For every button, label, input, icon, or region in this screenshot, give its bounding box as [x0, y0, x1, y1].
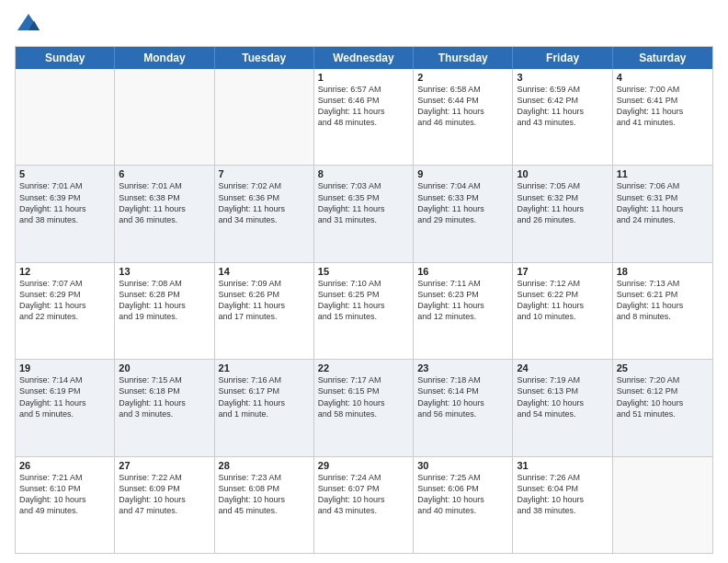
day-number: 26: [19, 460, 110, 471]
day-cell-11: 11Sunrise: 7:06 AM Sunset: 6:31 PM Dayli…: [613, 166, 712, 261]
day-number: 21: [219, 362, 310, 373]
day-info: Sunrise: 7:16 AM Sunset: 6:17 PM Dayligh…: [219, 374, 310, 419]
day-info: Sunrise: 7:00 AM Sunset: 6:41 PM Dayligh…: [617, 84, 709, 129]
day-info: Sunrise: 7:11 AM Sunset: 6:23 PM Dayligh…: [417, 278, 508, 323]
day-cell-22: 22Sunrise: 7:17 AM Sunset: 6:15 PM Dayli…: [314, 360, 414, 455]
day-cell-5: 5Sunrise: 7:01 AM Sunset: 6:39 PM Daylig…: [16, 166, 115, 261]
day-number: 24: [517, 362, 608, 373]
calendar-header-row: SundayMondayTuesdayWednesdayThursdayFrid…: [16, 47, 712, 69]
day-number: 12: [19, 266, 110, 277]
day-cell-2: 2Sunrise: 6:58 AM Sunset: 6:44 PM Daylig…: [414, 69, 513, 165]
calendar-row-1: 1Sunrise: 6:57 AM Sunset: 6:46 PM Daylig…: [16, 69, 712, 166]
day-cell-23: 23Sunrise: 7:18 AM Sunset: 6:14 PM Dayli…: [414, 360, 513, 455]
day-number: 7: [219, 168, 310, 179]
calendar-row-3: 12Sunrise: 7:07 AM Sunset: 6:29 PM Dayli…: [16, 263, 712, 360]
day-number: 29: [318, 460, 409, 471]
day-number: 3: [517, 72, 608, 83]
day-number: 8: [318, 168, 409, 179]
day-info: Sunrise: 7:09 AM Sunset: 6:26 PM Dayligh…: [219, 278, 310, 323]
day-info: Sunrise: 7:01 AM Sunset: 6:38 PM Dayligh…: [119, 180, 210, 225]
empty-cell-0-1: [115, 69, 214, 165]
day-number: 13: [119, 266, 210, 277]
day-number: 19: [19, 362, 110, 373]
day-number: 17: [517, 266, 608, 277]
empty-cell-4-6: [613, 457, 712, 553]
day-number: 22: [318, 362, 409, 373]
day-number: 20: [119, 362, 210, 373]
day-cell-12: 12Sunrise: 7:07 AM Sunset: 6:29 PM Dayli…: [16, 263, 115, 359]
header: [15, 11, 713, 39]
day-info: Sunrise: 7:05 AM Sunset: 6:32 PM Dayligh…: [517, 180, 608, 225]
day-number: 9: [417, 168, 508, 179]
day-cell-3: 3Sunrise: 6:59 AM Sunset: 6:42 PM Daylig…: [513, 69, 612, 165]
day-info: Sunrise: 7:04 AM Sunset: 6:33 PM Dayligh…: [417, 180, 508, 225]
page: SundayMondayTuesdayWednesdayThursdayFrid…: [0, 0, 728, 563]
header-cell-thursday: Thursday: [414, 47, 513, 69]
day-cell-10: 10Sunrise: 7:05 AM Sunset: 6:32 PM Dayli…: [513, 166, 612, 261]
day-number: 15: [318, 266, 409, 277]
day-info: Sunrise: 7:02 AM Sunset: 6:36 PM Dayligh…: [219, 180, 310, 225]
day-cell-26: 26Sunrise: 7:21 AM Sunset: 6:10 PM Dayli…: [16, 457, 115, 553]
day-cell-15: 15Sunrise: 7:10 AM Sunset: 6:25 PM Dayli…: [314, 263, 414, 359]
day-info: Sunrise: 7:10 AM Sunset: 6:25 PM Dayligh…: [318, 278, 409, 323]
empty-cell-0-0: [16, 69, 115, 165]
day-info: Sunrise: 7:12 AM Sunset: 6:22 PM Dayligh…: [517, 278, 608, 323]
day-number: 2: [417, 72, 508, 83]
day-cell-13: 13Sunrise: 7:08 AM Sunset: 6:28 PM Dayli…: [115, 263, 214, 359]
calendar-row-5: 26Sunrise: 7:21 AM Sunset: 6:10 PM Dayli…: [16, 457, 712, 553]
day-info: Sunrise: 7:24 AM Sunset: 6:07 PM Dayligh…: [318, 472, 409, 517]
day-cell-1: 1Sunrise: 6:57 AM Sunset: 6:46 PM Daylig…: [314, 69, 414, 165]
day-cell-24: 24Sunrise: 7:19 AM Sunset: 6:13 PM Dayli…: [513, 360, 612, 455]
day-info: Sunrise: 7:19 AM Sunset: 6:13 PM Dayligh…: [517, 374, 608, 419]
day-cell-27: 27Sunrise: 7:22 AM Sunset: 6:09 PM Dayli…: [115, 457, 214, 553]
header-cell-monday: Monday: [115, 47, 214, 69]
day-cell-7: 7Sunrise: 7:02 AM Sunset: 6:36 PM Daylig…: [215, 166, 314, 261]
day-info: Sunrise: 7:18 AM Sunset: 6:14 PM Dayligh…: [417, 374, 508, 419]
day-number: 14: [219, 266, 310, 277]
day-number: 6: [119, 168, 210, 179]
day-info: Sunrise: 7:15 AM Sunset: 6:18 PM Dayligh…: [119, 374, 210, 419]
calendar-body: 1Sunrise: 6:57 AM Sunset: 6:46 PM Daylig…: [16, 69, 712, 553]
day-number: 4: [617, 72, 709, 83]
day-info: Sunrise: 7:26 AM Sunset: 6:04 PM Dayligh…: [517, 472, 608, 517]
day-cell-6: 6Sunrise: 7:01 AM Sunset: 6:38 PM Daylig…: [115, 166, 214, 261]
header-cell-saturday: Saturday: [613, 47, 712, 69]
day-number: 18: [617, 266, 709, 277]
day-cell-19: 19Sunrise: 7:14 AM Sunset: 6:19 PM Dayli…: [16, 360, 115, 455]
day-cell-4: 4Sunrise: 7:00 AM Sunset: 6:41 PM Daylig…: [613, 69, 712, 165]
logo-icon: [15, 11, 42, 39]
day-info: Sunrise: 7:08 AM Sunset: 6:28 PM Dayligh…: [119, 278, 210, 323]
calendar-row-2: 5Sunrise: 7:01 AM Sunset: 6:39 PM Daylig…: [16, 166, 712, 262]
header-cell-wednesday: Wednesday: [314, 47, 414, 69]
day-info: Sunrise: 7:20 AM Sunset: 6:12 PM Dayligh…: [617, 374, 709, 419]
day-info: Sunrise: 7:06 AM Sunset: 6:31 PM Dayligh…: [617, 180, 709, 225]
day-number: 30: [417, 460, 508, 471]
day-number: 28: [219, 460, 310, 471]
calendar-row-4: 19Sunrise: 7:14 AM Sunset: 6:19 PM Dayli…: [16, 360, 712, 456]
empty-cell-0-2: [215, 69, 314, 165]
day-info: Sunrise: 7:23 AM Sunset: 6:08 PM Dayligh…: [219, 472, 310, 517]
day-number: 10: [517, 168, 608, 179]
day-info: Sunrise: 7:07 AM Sunset: 6:29 PM Dayligh…: [19, 278, 110, 323]
day-number: 11: [617, 168, 709, 179]
day-cell-28: 28Sunrise: 7:23 AM Sunset: 6:08 PM Dayli…: [215, 457, 314, 553]
day-cell-21: 21Sunrise: 7:16 AM Sunset: 6:17 PM Dayli…: [215, 360, 314, 455]
header-cell-tuesday: Tuesday: [215, 47, 314, 69]
day-number: 5: [19, 168, 110, 179]
day-cell-25: 25Sunrise: 7:20 AM Sunset: 6:12 PM Dayli…: [613, 360, 712, 455]
day-info: Sunrise: 6:57 AM Sunset: 6:46 PM Dayligh…: [318, 84, 409, 129]
day-info: Sunrise: 7:17 AM Sunset: 6:15 PM Dayligh…: [318, 374, 409, 419]
day-cell-14: 14Sunrise: 7:09 AM Sunset: 6:26 PM Dayli…: [215, 263, 314, 359]
day-number: 27: [119, 460, 210, 471]
day-cell-17: 17Sunrise: 7:12 AM Sunset: 6:22 PM Dayli…: [513, 263, 612, 359]
day-info: Sunrise: 7:13 AM Sunset: 6:21 PM Dayligh…: [617, 278, 709, 323]
logo: [15, 11, 46, 39]
day-info: Sunrise: 6:58 AM Sunset: 6:44 PM Dayligh…: [417, 84, 508, 129]
day-cell-30: 30Sunrise: 7:25 AM Sunset: 6:06 PM Dayli…: [414, 457, 513, 553]
day-cell-9: 9Sunrise: 7:04 AM Sunset: 6:33 PM Daylig…: [414, 166, 513, 261]
day-info: Sunrise: 7:01 AM Sunset: 6:39 PM Dayligh…: [19, 180, 110, 225]
day-info: Sunrise: 7:22 AM Sunset: 6:09 PM Dayligh…: [119, 472, 210, 517]
header-cell-friday: Friday: [513, 47, 612, 69]
day-number: 16: [417, 266, 508, 277]
day-info: Sunrise: 7:25 AM Sunset: 6:06 PM Dayligh…: [417, 472, 508, 517]
